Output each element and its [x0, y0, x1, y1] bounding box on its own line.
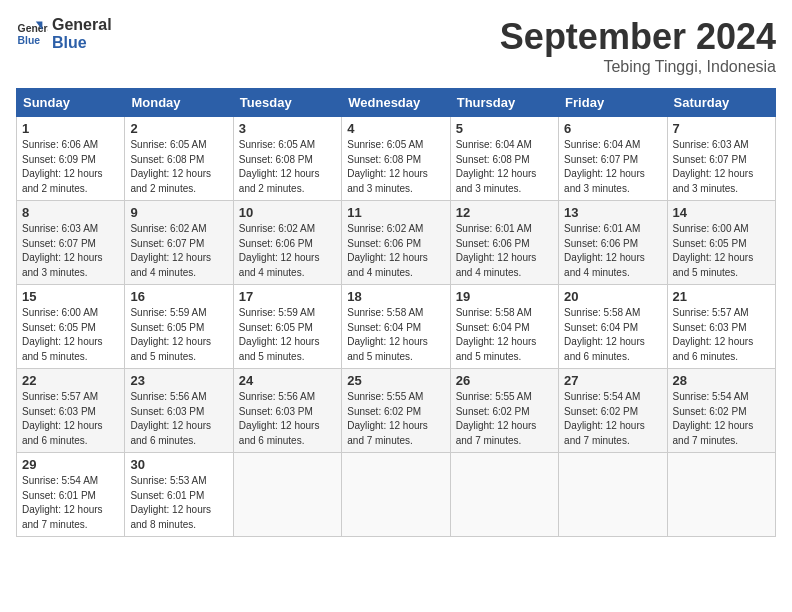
calendar-day-cell: 20Sunrise: 5:58 AM Sunset: 6:04 PM Dayli… — [559, 285, 667, 369]
calendar-day-cell — [450, 453, 558, 537]
weekday-header: Wednesday — [342, 89, 450, 117]
calendar-day-cell: 11Sunrise: 6:02 AM Sunset: 6:06 PM Dayli… — [342, 201, 450, 285]
day-number: 11 — [347, 205, 444, 220]
calendar-day-cell: 23Sunrise: 5:56 AM Sunset: 6:03 PM Dayli… — [125, 369, 233, 453]
calendar-day-cell: 14Sunrise: 6:00 AM Sunset: 6:05 PM Dayli… — [667, 201, 775, 285]
calendar-day-cell: 24Sunrise: 5:56 AM Sunset: 6:03 PM Dayli… — [233, 369, 341, 453]
day-number: 26 — [456, 373, 553, 388]
day-info: Sunrise: 5:55 AM Sunset: 6:02 PM Dayligh… — [456, 390, 553, 448]
day-number: 4 — [347, 121, 444, 136]
calendar-day-cell: 30Sunrise: 5:53 AM Sunset: 6:01 PM Dayli… — [125, 453, 233, 537]
calendar-day-cell — [342, 453, 450, 537]
month-title: September 2024 — [500, 16, 776, 58]
day-number: 18 — [347, 289, 444, 304]
logo-general: General — [52, 16, 112, 34]
calendar-day-cell: 6Sunrise: 6:04 AM Sunset: 6:07 PM Daylig… — [559, 117, 667, 201]
calendar-day-cell — [667, 453, 775, 537]
day-number: 24 — [239, 373, 336, 388]
day-info: Sunrise: 6:03 AM Sunset: 6:07 PM Dayligh… — [22, 222, 119, 280]
calendar-day-cell: 16Sunrise: 5:59 AM Sunset: 6:05 PM Dayli… — [125, 285, 233, 369]
calendar-day-cell — [233, 453, 341, 537]
day-info: Sunrise: 6:05 AM Sunset: 6:08 PM Dayligh… — [347, 138, 444, 196]
calendar-day-cell: 4Sunrise: 6:05 AM Sunset: 6:08 PM Daylig… — [342, 117, 450, 201]
day-number: 16 — [130, 289, 227, 304]
day-info: Sunrise: 5:58 AM Sunset: 6:04 PM Dayligh… — [456, 306, 553, 364]
calendar-table: SundayMondayTuesdayWednesdayThursdayFrid… — [16, 88, 776, 537]
calendar-day-cell: 5Sunrise: 6:04 AM Sunset: 6:08 PM Daylig… — [450, 117, 558, 201]
calendar-day-cell: 28Sunrise: 5:54 AM Sunset: 6:02 PM Dayli… — [667, 369, 775, 453]
day-number: 13 — [564, 205, 661, 220]
calendar-week-row: 8Sunrise: 6:03 AM Sunset: 6:07 PM Daylig… — [17, 201, 776, 285]
day-number: 19 — [456, 289, 553, 304]
calendar-day-cell: 8Sunrise: 6:03 AM Sunset: 6:07 PM Daylig… — [17, 201, 125, 285]
calendar-day-cell: 26Sunrise: 5:55 AM Sunset: 6:02 PM Dayli… — [450, 369, 558, 453]
calendar-day-cell: 19Sunrise: 5:58 AM Sunset: 6:04 PM Dayli… — [450, 285, 558, 369]
day-info: Sunrise: 5:54 AM Sunset: 6:02 PM Dayligh… — [673, 390, 770, 448]
day-info: Sunrise: 6:05 AM Sunset: 6:08 PM Dayligh… — [130, 138, 227, 196]
day-info: Sunrise: 5:55 AM Sunset: 6:02 PM Dayligh… — [347, 390, 444, 448]
logo: General Blue General Blue — [16, 16, 112, 51]
day-info: Sunrise: 6:04 AM Sunset: 6:08 PM Dayligh… — [456, 138, 553, 196]
calendar-week-row: 22Sunrise: 5:57 AM Sunset: 6:03 PM Dayli… — [17, 369, 776, 453]
day-info: Sunrise: 6:03 AM Sunset: 6:07 PM Dayligh… — [673, 138, 770, 196]
day-number: 22 — [22, 373, 119, 388]
calendar-day-cell: 12Sunrise: 6:01 AM Sunset: 6:06 PM Dayli… — [450, 201, 558, 285]
calendar-day-cell: 29Sunrise: 5:54 AM Sunset: 6:01 PM Dayli… — [17, 453, 125, 537]
calendar-day-cell: 10Sunrise: 6:02 AM Sunset: 6:06 PM Dayli… — [233, 201, 341, 285]
day-info: Sunrise: 5:59 AM Sunset: 6:05 PM Dayligh… — [130, 306, 227, 364]
calendar-day-cell — [559, 453, 667, 537]
calendar-day-cell: 2Sunrise: 6:05 AM Sunset: 6:08 PM Daylig… — [125, 117, 233, 201]
day-number: 17 — [239, 289, 336, 304]
weekday-header: Monday — [125, 89, 233, 117]
weekday-header: Tuesday — [233, 89, 341, 117]
day-number: 20 — [564, 289, 661, 304]
day-info: Sunrise: 6:06 AM Sunset: 6:09 PM Dayligh… — [22, 138, 119, 196]
calendar-day-cell: 1Sunrise: 6:06 AM Sunset: 6:09 PM Daylig… — [17, 117, 125, 201]
day-info: Sunrise: 6:00 AM Sunset: 6:05 PM Dayligh… — [22, 306, 119, 364]
day-info: Sunrise: 6:05 AM Sunset: 6:08 PM Dayligh… — [239, 138, 336, 196]
day-info: Sunrise: 6:02 AM Sunset: 6:07 PM Dayligh… — [130, 222, 227, 280]
day-number: 1 — [22, 121, 119, 136]
weekday-header: Friday — [559, 89, 667, 117]
svg-text:General: General — [18, 23, 48, 34]
title-section: September 2024 Tebing Tinggi, Indonesia — [500, 16, 776, 76]
day-number: 23 — [130, 373, 227, 388]
day-number: 21 — [673, 289, 770, 304]
day-number: 5 — [456, 121, 553, 136]
day-number: 6 — [564, 121, 661, 136]
day-number: 27 — [564, 373, 661, 388]
day-info: Sunrise: 5:57 AM Sunset: 6:03 PM Dayligh… — [673, 306, 770, 364]
day-info: Sunrise: 5:57 AM Sunset: 6:03 PM Dayligh… — [22, 390, 119, 448]
day-number: 25 — [347, 373, 444, 388]
day-number: 30 — [130, 457, 227, 472]
calendar-day-cell: 7Sunrise: 6:03 AM Sunset: 6:07 PM Daylig… — [667, 117, 775, 201]
day-info: Sunrise: 6:02 AM Sunset: 6:06 PM Dayligh… — [239, 222, 336, 280]
day-number: 29 — [22, 457, 119, 472]
day-info: Sunrise: 6:00 AM Sunset: 6:05 PM Dayligh… — [673, 222, 770, 280]
day-info: Sunrise: 5:54 AM Sunset: 6:02 PM Dayligh… — [564, 390, 661, 448]
location-title: Tebing Tinggi, Indonesia — [500, 58, 776, 76]
day-info: Sunrise: 5:58 AM Sunset: 6:04 PM Dayligh… — [347, 306, 444, 364]
day-info: Sunrise: 5:56 AM Sunset: 6:03 PM Dayligh… — [239, 390, 336, 448]
calendar-day-cell: 15Sunrise: 6:00 AM Sunset: 6:05 PM Dayli… — [17, 285, 125, 369]
day-number: 2 — [130, 121, 227, 136]
logo-blue: Blue — [52, 34, 112, 52]
day-info: Sunrise: 6:02 AM Sunset: 6:06 PM Dayligh… — [347, 222, 444, 280]
calendar-day-cell: 17Sunrise: 5:59 AM Sunset: 6:05 PM Dayli… — [233, 285, 341, 369]
calendar-header-row: SundayMondayTuesdayWednesdayThursdayFrid… — [17, 89, 776, 117]
day-info: Sunrise: 5:54 AM Sunset: 6:01 PM Dayligh… — [22, 474, 119, 532]
weekday-header: Saturday — [667, 89, 775, 117]
calendar-day-cell: 27Sunrise: 5:54 AM Sunset: 6:02 PM Dayli… — [559, 369, 667, 453]
day-number: 3 — [239, 121, 336, 136]
calendar-week-row: 15Sunrise: 6:00 AM Sunset: 6:05 PM Dayli… — [17, 285, 776, 369]
day-info: Sunrise: 5:58 AM Sunset: 6:04 PM Dayligh… — [564, 306, 661, 364]
svg-text:Blue: Blue — [18, 34, 41, 45]
day-number: 9 — [130, 205, 227, 220]
weekday-header: Thursday — [450, 89, 558, 117]
calendar-day-cell: 21Sunrise: 5:57 AM Sunset: 6:03 PM Dayli… — [667, 285, 775, 369]
day-number: 8 — [22, 205, 119, 220]
calendar-day-cell: 25Sunrise: 5:55 AM Sunset: 6:02 PM Dayli… — [342, 369, 450, 453]
day-number: 12 — [456, 205, 553, 220]
day-number: 14 — [673, 205, 770, 220]
day-info: Sunrise: 6:04 AM Sunset: 6:07 PM Dayligh… — [564, 138, 661, 196]
